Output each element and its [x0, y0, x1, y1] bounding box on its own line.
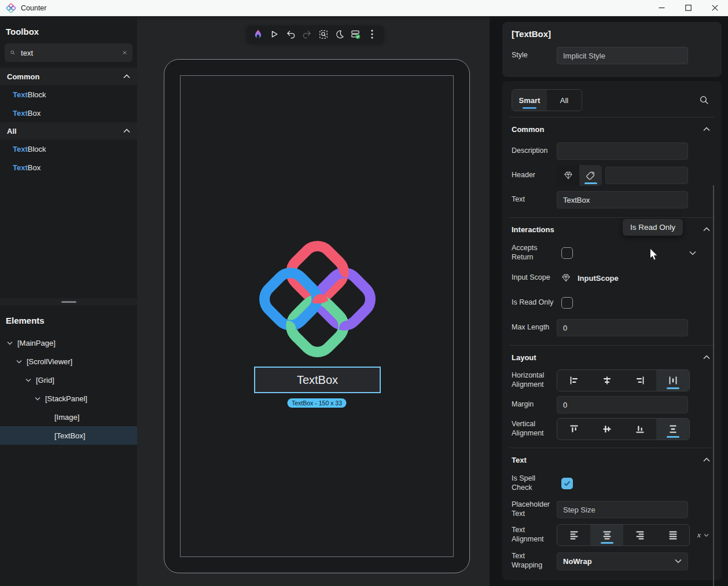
text-align-center-button[interactable] — [590, 525, 623, 545]
device-screen[interactable]: TextBox TextBox - 150 x 33 — [180, 75, 454, 557]
section-title: Layout — [512, 353, 536, 362]
tab-smart[interactable]: Smart — [512, 90, 547, 111]
is-read-only-checkbox[interactable] — [561, 297, 573, 309]
sidebar-splitter[interactable] — [0, 298, 137, 305]
hot-design-flame-button[interactable] — [251, 27, 265, 41]
style-input[interactable]: Implicit Style — [557, 47, 688, 64]
selected-element-title: [TextBox] — [512, 29, 712, 39]
chevron-up-icon[interactable] — [703, 355, 710, 360]
redo-button[interactable] — [300, 27, 314, 41]
text-wrapping-dropdown[interactable]: NoWrap — [557, 552, 688, 570]
toolbox-section-all[interactable]: All — [0, 122, 137, 140]
max-length-label: Max Length — [512, 323, 557, 332]
match-text: Text — [13, 145, 28, 153]
tree-item-mainpage[interactable]: [MainPage] — [0, 334, 137, 352]
text-align-justify-button[interactable] — [656, 525, 689, 545]
theme-toggle-button[interactable] — [333, 27, 347, 41]
clear-search-icon[interactable] — [123, 49, 127, 56]
chevron-down-icon[interactable] — [16, 360, 22, 364]
server-status-button[interactable] — [349, 27, 363, 41]
chevron-up-icon[interactable] — [703, 127, 710, 131]
tree-item-scrollviewer[interactable]: [ScrollViewer] — [0, 352, 137, 371]
toolbox-section-common[interactable]: Common — [0, 68, 137, 85]
gem-binding-icon[interactable] — [561, 273, 571, 283]
play-button[interactable] — [267, 27, 281, 41]
style-label: Style — [512, 51, 557, 60]
header-binding-toggle[interactable] — [557, 165, 579, 186]
header-literal-toggle[interactable] — [579, 165, 602, 186]
toolbox-search-input[interactable] — [21, 49, 123, 57]
chevron-down-icon[interactable] — [25, 378, 31, 382]
section-common[interactable]: Common — [512, 119, 712, 140]
tree-item-label: [StackPanel] — [45, 394, 87, 403]
toolbox-item-textbox[interactable]: TextBox — [0, 104, 137, 122]
maximize-icon — [685, 5, 692, 11]
more-menu-button[interactable] — [365, 27, 379, 41]
margin-input[interactable]: 0 — [557, 396, 688, 413]
app-logo-image[interactable] — [253, 235, 382, 364]
tree-item-textbox-selected[interactable]: [TextBox] — [0, 426, 137, 445]
properties-search-icon[interactable] — [700, 96, 709, 105]
v-align-center-button[interactable] — [590, 419, 623, 440]
text-align-center-icon — [602, 530, 612, 540]
toolbox-search[interactable] — [5, 43, 133, 62]
match-text: Text — [13, 109, 28, 118]
design-canvas[interactable]: TextBox TextBox - 150 x 33 — [137, 16, 490, 586]
h-align-left-button[interactable] — [557, 370, 590, 391]
elements-title: Elements — [0, 305, 137, 331]
chevron-down-icon[interactable] — [7, 341, 13, 345]
tab-all[interactable]: All — [547, 90, 582, 111]
text-input[interactable]: TextBox — [557, 191, 688, 208]
align-stretch-vertical-icon — [668, 424, 678, 434]
description-input[interactable] — [557, 142, 688, 160]
toolbox-item-textblock[interactable]: TextBlock — [0, 85, 137, 104]
minimize-button[interactable] — [648, 0, 675, 16]
close-button[interactable] — [701, 0, 728, 16]
toolbox-item-textblock-all[interactable]: TextBlock — [0, 140, 137, 158]
flame-icon — [253, 29, 263, 39]
horizontal-alignment-label: Horizontal Alignment — [512, 371, 557, 389]
v-align-bottom-button[interactable] — [623, 419, 656, 440]
undo-button[interactable] — [284, 27, 297, 41]
chevron-down-icon[interactable] — [35, 397, 41, 401]
input-scope-value[interactable]: InputScope — [578, 274, 619, 283]
tree-item-image[interactable]: [Image] — [0, 408, 137, 426]
divider — [509, 117, 715, 118]
is-spell-check-checkbox[interactable] — [561, 478, 573, 489]
scrollbar-thumb[interactable] — [713, 185, 714, 586]
v-align-top-button[interactable] — [557, 419, 590, 440]
x-bind-selector[interactable]: x — [697, 530, 712, 540]
toolbox-item-textbox-all[interactable]: TextBox — [0, 158, 137, 177]
tree-item-grid[interactable]: [Grid] — [0, 371, 137, 389]
text-align-right-button[interactable] — [623, 525, 656, 545]
text-row: Text TextBox — [512, 188, 712, 211]
section-text[interactable]: Text — [512, 449, 712, 470]
h-align-right-button[interactable] — [623, 370, 656, 391]
align-right-icon — [635, 375, 645, 386]
mouse-cursor — [649, 248, 659, 262]
accepts-return-checkbox[interactable] — [561, 247, 573, 259]
canvas-textbox-element[interactable]: TextBox — [254, 367, 381, 393]
header-input[interactable] — [605, 167, 688, 184]
divider — [509, 448, 715, 448]
maximize-button[interactable] — [675, 0, 701, 16]
h-align-center-button[interactable] — [590, 370, 623, 391]
element-picker-button[interactable] — [317, 27, 330, 41]
text-align-left-button[interactable] — [557, 525, 590, 545]
section-label: Common — [7, 72, 39, 81]
section-layout[interactable]: Layout — [512, 347, 712, 368]
section-label: All — [7, 127, 17, 135]
section-title: Common — [512, 125, 544, 134]
match-text: Text — [13, 163, 28, 172]
tree-item-stackpanel[interactable]: [StackPanel] — [0, 389, 137, 408]
chevron-up-icon[interactable] — [703, 227, 710, 232]
chevron-up-icon[interactable] — [703, 457, 710, 462]
align-center-icon — [602, 375, 612, 386]
text-align-justify-icon — [668, 530, 678, 540]
expand-more-chevron-icon[interactable] — [689, 251, 696, 255]
h-align-stretch-button[interactable] — [656, 370, 689, 391]
v-align-stretch-button[interactable] — [656, 419, 689, 440]
rest-text: Block — [28, 90, 46, 99]
max-length-input[interactable]: 0 — [557, 319, 688, 336]
placeholder-text-input[interactable]: Step Size — [557, 501, 688, 518]
